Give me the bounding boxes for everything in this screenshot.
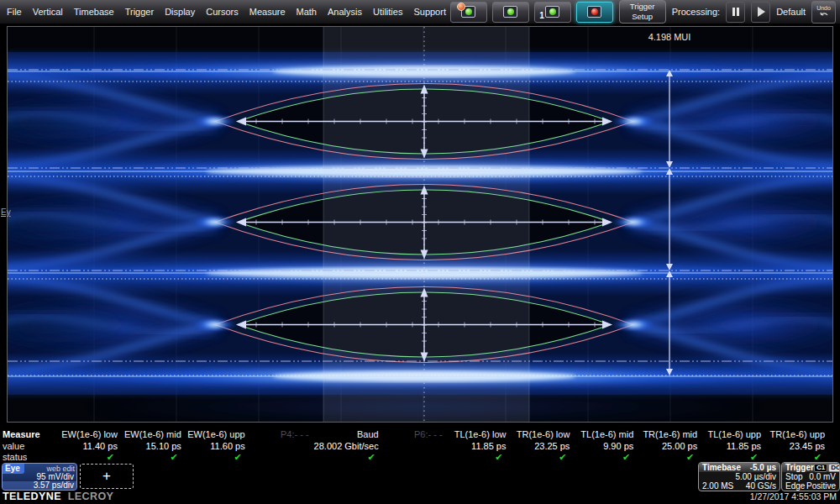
brand-lecroy: LECROY <box>68 491 114 502</box>
measure-value: 23.45 ps <box>766 441 830 453</box>
measure-col[interactable]: TR(1e-6) mid25.00 ps✔ <box>638 429 702 462</box>
measure-col[interactable]: Baud28.002 Gbit/sec✔ <box>314 429 384 462</box>
measure-columns: EW(1e-6) low11.40 ps✔EW(1e-6) mid15.10 p… <box>59 429 830 462</box>
measure-col[interactable]: P6:- - - <box>384 429 448 462</box>
status-check-icon: ✔ <box>575 452 638 462</box>
trigger-type: Edge <box>785 481 805 491</box>
trigger-descriptor[interactable]: Trigger C1 DC Stop 0.0 mV Edge Positive <box>781 462 840 491</box>
measure-value: 15.10 ps <box>123 441 186 453</box>
menu-item-analysis[interactable]: Analysis <box>328 7 362 17</box>
timebase-scale: 5.00 µs/div <box>735 472 776 481</box>
trace-horizontal-scale: 3.57 ps/div <box>3 481 76 490</box>
measure-col[interactable]: TL(1e-6) low11.85 ps✔ <box>448 429 512 462</box>
eye-trace-descriptor[interactable]: Eye web edit 95 mV/div 3.57 ps/div <box>2 463 77 491</box>
menu-item-file[interactable]: File <box>7 7 22 17</box>
row-label-value: value <box>3 441 40 453</box>
trigger-slope: Positive <box>806 481 836 491</box>
eye-diagram-svg[interactable]: 4.198 MUI <box>8 27 832 422</box>
trace-tag-label[interactable]: Ey <box>1 207 11 217</box>
trigger-setup-line2: Setup <box>620 12 665 22</box>
status-check-icon: ✔ <box>59 452 123 462</box>
measure-col[interactable]: TR(1e-6) upp23.45 ps✔ <box>766 429 830 462</box>
row-label-status: status <box>3 452 40 464</box>
measure-label: TL(1e-6) mid <box>575 429 638 441</box>
timebase-offset: -5.0 µs <box>750 463 776 472</box>
eye-diagram-plot[interactable]: 4.198 MUI <box>7 26 833 423</box>
menu-item-math[interactable]: Math <box>297 7 317 17</box>
measure-label: TL(1e-6) low <box>448 429 512 441</box>
measure-label: TR(1e-6) upp <box>766 429 830 441</box>
undo-label: Undo <box>816 5 831 12</box>
measure-value: 23.25 ps <box>511 441 575 453</box>
status-empty <box>384 452 448 462</box>
status-check-icon: ✔ <box>511 452 575 462</box>
default-label: Default <box>776 7 806 17</box>
trigger-setup-button[interactable]: Trigger Setup <box>619 0 666 24</box>
measure-row-labels: Measure value status <box>3 429 40 464</box>
menu-item-support[interactable]: Support <box>413 7 446 17</box>
datetime-label: 1/27/2017 4:55:03 PM <box>750 491 837 501</box>
alarm-clock-icon <box>457 3 465 11</box>
measure-value: 28.002 Gbit/sec <box>314 441 384 453</box>
row-label-measure: Measure <box>3 429 40 441</box>
oscilloscope-app: { "menu": { "items": ["File","Vertical",… <box>0 0 840 504</box>
green-indicator-dot <box>507 8 514 15</box>
menu-item-display[interactable]: Display <box>165 7 195 17</box>
timebase-rate: 40 GS/s <box>746 481 776 491</box>
play-icon <box>758 7 765 17</box>
menu-item-vertical[interactable]: Vertical <box>33 7 63 17</box>
measure-col[interactable]: TL(1e-6) mid9.90 ps✔ <box>575 429 638 462</box>
status-check-icon: ✔ <box>448 452 512 462</box>
menu-item-cursors[interactable]: Cursors <box>206 7 239 17</box>
measure-value <box>250 441 314 453</box>
processing-label: Processing: <box>672 7 720 17</box>
trigger-auto-button[interactable] <box>450 2 487 23</box>
pause-processing-button[interactable] <box>726 2 745 23</box>
trace-name-tab[interactable]: Eye <box>3 464 24 474</box>
trigger-normal-button[interactable] <box>492 2 529 23</box>
measure-value: 11.85 ps <box>702 441 766 453</box>
auto-trigger-icon <box>461 6 475 18</box>
trigger-mode: Stop <box>785 472 803 481</box>
menu-items: FileVerticalTimebaseTriggerDisplayCursor… <box>0 7 446 17</box>
measure-label: EW(1e-6) low <box>59 429 123 441</box>
menu-item-utilities[interactable]: Utilities <box>373 7 402 17</box>
measure-col[interactable]: P4:- - - <box>250 429 314 462</box>
measure-label: EW(1e-6) upp <box>186 429 250 441</box>
trigger-single-button[interactable]: 1 <box>534 2 571 23</box>
measure-label: TR(1e-6) mid <box>638 429 702 441</box>
mui-cursor-label: 4.198 MUI <box>648 32 691 42</box>
status-check-icon: ✔ <box>638 452 702 462</box>
timebase-descriptor[interactable]: Timebase -5.0 µs 5.00 µs/div 2.00 MS 40 … <box>698 462 780 491</box>
status-check-icon: ✔ <box>314 452 384 462</box>
eye-diagram-scene <box>8 27 832 422</box>
undo-button[interactable]: Undo <box>811 1 836 24</box>
measure-value <box>384 441 448 453</box>
menu-item-trigger[interactable]: Trigger <box>125 7 154 17</box>
measure-col[interactable]: EW(1e-6) upp11.60 ps✔ <box>186 429 250 462</box>
measure-label: Baud <box>314 429 384 441</box>
measure-value: 9.90 ps <box>575 441 638 453</box>
stop-trigger-icon <box>587 6 601 18</box>
trigger-stop-button[interactable] <box>576 2 613 23</box>
resume-processing-button[interactable] <box>751 2 770 23</box>
status-check-icon: ✔ <box>702 452 766 462</box>
measure-value: 25.00 ps <box>638 441 702 453</box>
measure-label: TR(1e-6) low <box>511 429 575 441</box>
measure-col[interactable]: EW(1e-6) mid15.10 ps✔ <box>123 429 186 462</box>
status-empty <box>250 452 314 462</box>
timebase-samples: 2.00 MS <box>702 481 733 491</box>
menu-item-timebase[interactable]: Timebase <box>74 7 114 17</box>
trigger-title: Trigger <box>785 463 814 472</box>
trigger-setup-line1: Trigger <box>620 2 665 12</box>
measure-col[interactable]: EW(1e-6) low11.40 ps✔ <box>59 429 123 462</box>
menu-item-measure[interactable]: Measure <box>249 7 286 17</box>
green-indicator-dot <box>465 8 472 15</box>
undo-arrow-icon <box>819 12 829 19</box>
menu-bar: FileVerticalTimebaseTriggerDisplayCursor… <box>0 0 840 24</box>
add-trace-button[interactable]: + <box>80 464 134 489</box>
measure-col[interactable]: TL(1e-6) upp11.85 ps✔ <box>702 429 766 462</box>
brand-logo: TELEDYNE LECROY <box>3 491 113 502</box>
measure-label: TL(1e-6) upp <box>702 429 766 441</box>
measure-col[interactable]: TR(1e-6) low23.25 ps✔ <box>511 429 575 462</box>
